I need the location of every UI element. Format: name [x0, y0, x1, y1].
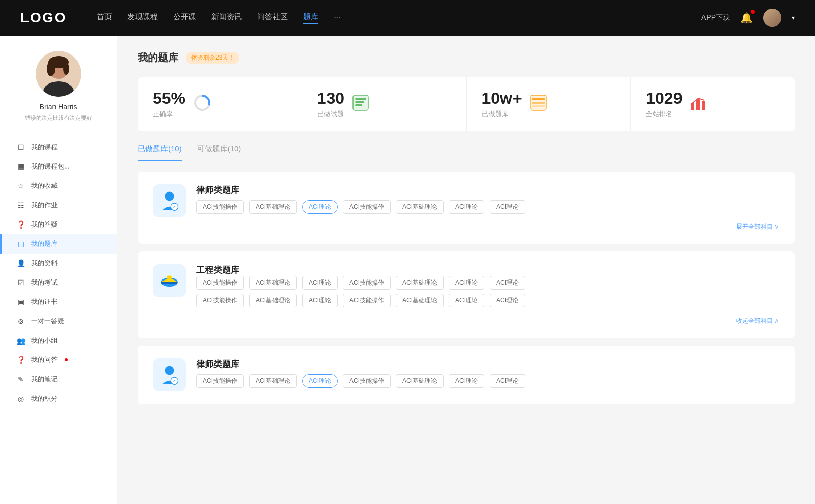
svg-rect-14	[532, 102, 545, 104]
homework-icon: ☷	[17, 201, 25, 209]
tag-1-6[interactable]: ACI理论	[490, 276, 525, 290]
sidebar-label-coursepack: 我的课程包...	[31, 162, 70, 171]
bank-tags-row1-1: ACI技能操作 ACI基础理论 ACI理论 ACI技能操作 ACI基础理论 AC…	[196, 276, 779, 290]
sidebar-item-group[interactable]: 👥 我的小组	[0, 331, 117, 350]
sidebar-item-my-qa[interactable]: ❓ 我的问答	[0, 350, 117, 370]
stat-done-questions-value: 130	[317, 90, 344, 106]
tag-2-4[interactable]: ACI基础理论	[396, 374, 444, 388]
notification-badge	[751, 10, 755, 14]
collapse-link-1[interactable]: 收起全部科目 ∧	[736, 317, 779, 325]
sidebar-label-points: 我的积分	[31, 394, 58, 403]
tab-available-banks[interactable]: 可做题库(10)	[197, 144, 241, 161]
sidebar-label-group: 我的小组	[31, 336, 58, 345]
sidebar-label-private-qa: 一对一答疑	[31, 317, 64, 326]
sidebar-item-coursepack[interactable]: ▦ 我的课程包...	[0, 157, 117, 176]
sidebar-item-points[interactable]: ◎ 我的积分	[0, 389, 117, 408]
tab-done-banks[interactable]: 已做题库(10)	[138, 144, 182, 161]
svg-point-4	[47, 61, 55, 76]
tag-0-5[interactable]: ACI理论	[449, 200, 484, 214]
tag-2-1[interactable]: ACI基础理论	[249, 374, 297, 388]
tag-1-8[interactable]: ACI基础理论	[249, 294, 297, 307]
sidebar-item-favorites[interactable]: ☆ 我的收藏	[0, 176, 117, 195]
stat-site-rank: 1029 全站排名	[631, 77, 795, 131]
sidebar-label-exam: 我的考试	[31, 278, 58, 287]
tag-2-3[interactable]: ACI技能操作	[343, 374, 391, 388]
favorites-icon: ☆	[17, 182, 25, 190]
nav-questionbank[interactable]: 题库	[303, 12, 318, 24]
tag-1-5[interactable]: ACI理论	[449, 276, 484, 290]
tag-0-2[interactable]: ACI理论	[302, 200, 338, 214]
notification-bell[interactable]: 🔔	[740, 12, 753, 24]
sidebar-item-questionbank[interactable]: ▤ 我的题库	[0, 234, 117, 254]
sidebar-item-private-qa[interactable]: ⊚ 一对一答疑	[0, 312, 117, 331]
trial-badge: 体验剩余23天！	[186, 52, 239, 64]
coursepack-icon: ▦	[17, 162, 25, 171]
navbar: LOGO 首页 发现课程 公开课 新闻资讯 问答社区 题库 ··· APP下载 …	[0, 0, 815, 36]
tag-1-9[interactable]: ACI理论	[302, 294, 338, 307]
stat-accuracy-label: 正确率	[153, 109, 185, 119]
tag-2-6[interactable]: ACI理论	[490, 374, 525, 388]
avatar-image	[763, 9, 781, 27]
nav-news[interactable]: 新闻资讯	[211, 12, 242, 24]
sidebar-item-profile[interactable]: 👤 我的资料	[0, 254, 117, 273]
svg-rect-23	[167, 276, 172, 279]
svg-point-25	[165, 366, 174, 375]
sidebar: Brian Harris 错误的决定比没有决定要好 ☐ 我的课程 ▦ 我的课程包…	[0, 36, 117, 504]
nav-menu: 首页 发现课程 公开课 新闻资讯 问答社区 题库 ···	[97, 12, 701, 24]
stat-done-banks: 10w+ 已做题库	[467, 77, 631, 131]
tag-1-13[interactable]: ACI理论	[490, 294, 525, 307]
tag-1-12[interactable]: ACI理论	[449, 294, 484, 307]
bank-card-2: ✓ 律师类题库 ACI技能操作 ACI基础理论 ACI理论 ACI技能操作 AC…	[138, 346, 795, 404]
svg-rect-13	[532, 98, 545, 100]
tag-1-1[interactable]: ACI基础理论	[249, 276, 297, 290]
tag-0-0[interactable]: ACI技能操作	[196, 200, 244, 214]
profile-section: Brian Harris 错误的决定比没有决定要好	[0, 51, 117, 132]
tag-1-3[interactable]: ACI技能操作	[343, 276, 391, 290]
tag-0-3[interactable]: ACI技能操作	[343, 200, 391, 214]
svg-rect-10	[355, 101, 364, 103]
tag-0-6[interactable]: ACI理论	[490, 200, 525, 214]
logo[interactable]: LOGO	[20, 10, 66, 26]
stat-accuracy-value: 55%	[153, 90, 185, 106]
sidebar-item-exam[interactable]: ☑ 我的考试	[0, 273, 117, 292]
tag-2-0[interactable]: ACI技能操作	[196, 374, 244, 388]
user-menu-chevron[interactable]: ▾	[792, 14, 795, 21]
tag-0-1[interactable]: ACI基础理论	[249, 200, 297, 214]
sidebar-item-course[interactable]: ☐ 我的课程	[0, 137, 117, 157]
points-icon: ◎	[17, 395, 25, 403]
user-motto: 错误的决定比没有决定要好	[10, 114, 106, 122]
bank-name-1: 工程类题库	[196, 264, 779, 276]
page-wrapper: Brian Harris 错误的决定比没有决定要好 ☐ 我的课程 ▦ 我的课程包…	[0, 36, 815, 504]
avatar-svg	[36, 51, 82, 97]
my-qa-icon: ❓	[17, 356, 25, 364]
sidebar-label-questionbank: 我的题库	[31, 239, 58, 248]
tag-1-10[interactable]: ACI技能操作	[343, 294, 391, 307]
sidebar-item-notes[interactable]: ✎ 我的笔记	[0, 370, 117, 389]
user-avatar-nav[interactable]	[763, 9, 781, 27]
sidebar-label-notes: 我的笔记	[31, 375, 58, 384]
tag-2-2[interactable]: ACI理论	[302, 374, 338, 388]
tag-2-5[interactable]: ACI理论	[449, 374, 484, 388]
banks-icon	[530, 94, 547, 115]
svg-rect-17	[696, 99, 700, 110]
tag-1-4[interactable]: ACI基础理论	[396, 276, 444, 290]
sidebar-item-homework[interactable]: ☷ 我的作业	[0, 195, 117, 215]
bank-tags-row2-1: ACI技能操作 ACI基础理论 ACI理论 ACI技能操作 ACI基础理论 AC…	[196, 294, 779, 307]
nav-home[interactable]: 首页	[97, 12, 112, 24]
nav-discover[interactable]: 发现课程	[127, 12, 158, 24]
tag-1-11[interactable]: ACI基础理论	[396, 294, 444, 307]
stat-site-rank-value: 1029	[646, 90, 682, 106]
app-download-button[interactable]: APP下载	[701, 13, 730, 22]
nav-more[interactable]: ···	[334, 12, 340, 24]
sidebar-item-qa[interactable]: ❓ 我的答疑	[0, 215, 117, 234]
tag-1-2[interactable]: ACI理论	[302, 276, 338, 290]
expand-link-0[interactable]: 展开全部科目 ∨	[736, 222, 779, 231]
tag-1-7[interactable]: ACI技能操作	[196, 294, 244, 307]
sidebar-item-certificate[interactable]: ▣ 我的证书	[0, 292, 117, 312]
bank-tags-2: ACI技能操作 ACI基础理论 ACI理论 ACI技能操作 ACI基础理论 AC…	[196, 374, 779, 388]
svg-rect-18	[702, 101, 705, 110]
nav-qa[interactable]: 问答社区	[257, 12, 288, 24]
nav-opencourse[interactable]: 公开课	[173, 12, 196, 24]
tag-0-4[interactable]: ACI基础理论	[396, 200, 444, 214]
tag-1-0[interactable]: ACI技能操作	[196, 276, 244, 290]
